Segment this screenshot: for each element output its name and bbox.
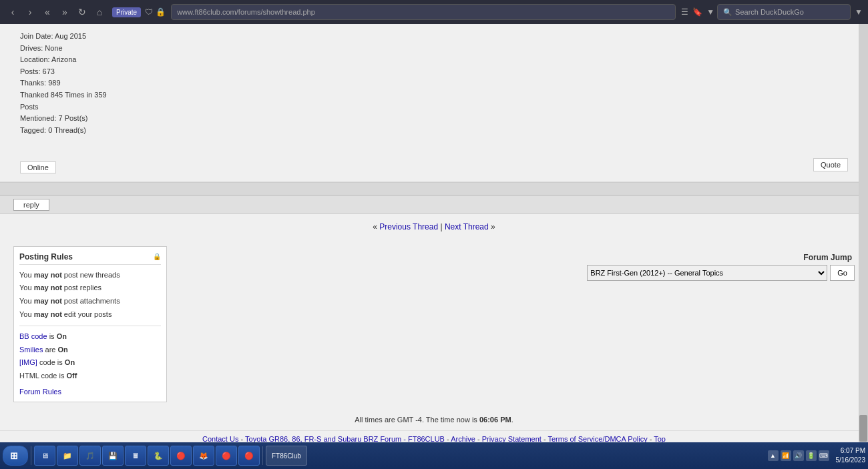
shield-icon: 🛡 [145,7,153,17]
posts-label: Posts [20,101,160,113]
nav-back-button[interactable]: ‹ [5,5,20,19]
taskbar-file-manager[interactable]: 📁 [57,446,78,466]
previous-thread-link[interactable]: Previous Thread [379,222,438,231]
rules-icon: 🔒 [153,253,161,260]
search-bar[interactable]: 🔍 Search DuckDuckGo [717,4,851,20]
post-content-area: Quote [167,31,855,175]
tagged: Tagged: 0 Thread(s) [20,125,160,137]
taskbar-active-window[interactable]: FT86Club [266,446,307,466]
taskbar-right: ▲ 📶 🔊 🔋 ⌨ 6:07 PM 5/16/2023 [768,446,866,465]
current-time: 06:06 PM [479,416,511,424]
taskbar-media[interactable]: 🎵 [79,446,101,466]
forum-jump-section: Forum Jump BRZ First-Gen (2012+) -- Gene… [180,246,855,402]
page-wrapper: Join Date: Aug 2015 Drives: None Locatio… [0,24,868,469]
search-dropdown-icon: ▼ [855,7,863,17]
active-window-label: FT86Club [272,452,301,460]
thread-nav-prefix: « [373,222,379,231]
location: Location: Arizona [20,54,160,66]
tray-volume-icon: 🔊 [793,450,804,461]
join-date: Join Date: Aug 2015 [20,31,160,43]
timezone-bar: All times are GMT -4. The time now is 06… [0,409,868,430]
taskbar: ⊞ 🖥 📁 🎵 💾 🖩 🐍 🔴 🦊 🔴 🔴 FT86Club ▲ 📶 🔊 🔋 ⌨… [0,442,868,469]
taskbar-files[interactable]: 💾 [102,446,124,466]
forum-rules-link[interactable]: Forum Rules [19,388,61,396]
tray-icon-1: ▲ [768,450,779,461]
bb-code-status: BB code is On [19,330,161,344]
search-placeholder: Search DuckDuckGo [735,8,804,16]
timezone-period: . [511,416,513,424]
smilies-link[interactable]: Smilies [19,346,43,354]
user-panel: Join Date: Aug 2015 Drives: None Locatio… [0,24,868,182]
tray-icons: ▲ 📶 🔊 🔋 ⌨ [768,450,829,461]
bb-code-link[interactable]: BB code [19,332,47,340]
rules-divider [19,326,161,326]
img-code-link[interactable]: [IMG] [19,358,37,366]
smilies-status: Smilies are On [19,344,161,357]
scroll-thumb[interactable] [859,415,867,442]
url-text: www.ft86club.com/forums/showthread.php [177,8,315,16]
rule-4: You may not edit your posts [19,308,161,322]
start-button[interactable]: ⊞ [3,446,28,466]
img-code-status: [IMG] code is On [19,356,161,370]
windows-icon: ⊞ [10,450,18,461]
nav-forward-button[interactable]: › [23,5,37,19]
thread-nav: « Previous Thread | Next Thread » [0,214,868,240]
bookmark-icon: 🔖 [692,7,702,17]
online-status-button[interactable]: Online [20,161,56,173]
html-code-status: HTML code is Off [19,370,161,383]
user-info: Join Date: Aug 2015 Drives: None Locatio… [13,31,167,175]
quote-button[interactable]: Quote [813,158,848,171]
posting-rules-title: Posting Rules [19,252,73,262]
rules-text: You may not post new threads You may not… [19,269,161,322]
thread-nav-suffix: » [491,222,495,231]
thanked: Thanked 845 Times in 359 [20,89,160,101]
search-icon: 🔍 [723,8,732,17]
reply-button[interactable]: reply [13,199,49,211]
taskbar-firefox[interactable]: 🦊 [193,446,214,466]
taskbar-app2[interactable]: 🔴 [216,446,237,466]
taskbar-divider-1 [31,446,31,465]
taskbar-show-desktop[interactable]: 🖥 [34,446,55,466]
rule-2: You may not post replies [19,282,161,295]
separator-bar [0,182,868,195]
forum-jump-go-button[interactable]: Go [830,265,855,281]
two-col-section: Posting Rules 🔒 You may not post new thr… [0,240,868,409]
posting-rules-header: Posting Rules 🔒 [19,252,161,265]
private-badge: Private [112,7,141,17]
nav-first-button[interactable]: « [40,5,55,19]
browser-toolbar: ‹ › « » ↻ ⌂ Private 🛡 🔒 www.ft86club.com… [0,0,868,24]
taskbar-divider-2 [262,446,263,465]
timezone-text: All times are GMT -4. The time now is [355,416,477,424]
url-bar[interactable]: www.ft86club.com/forums/showthread.php [171,4,676,20]
tray-network-icon: 📶 [781,450,791,461]
rule-1: You may not post new threads [19,269,161,282]
taskbar-app1[interactable]: 🔴 [170,446,192,466]
nav-home-button[interactable]: ⌂ [92,5,107,19]
lock-icon: 🔒 [156,7,166,17]
tray-battery-icon: 🔋 [806,450,817,461]
taskbar-calc[interactable]: 🖩 [125,446,146,466]
taskbar-snake[interactable]: 🐍 [148,446,169,466]
next-thread-link[interactable]: Next Thread [445,222,489,231]
forum-jump-controls: BRZ First-Gen (2012+) -- General Topics … [587,265,855,281]
forum-jump-select[interactable]: BRZ First-Gen (2012+) -- General Topics [587,265,827,281]
clock-time: 6:07 PM [836,446,866,456]
nav-last-button[interactable]: » [57,5,72,19]
clock-date: 5/16/2023 [836,456,866,465]
forum-jump-label: Forum Jump [803,253,852,262]
scrollbar[interactable] [859,24,868,442]
rule-3: You may not post attachments [19,295,161,308]
drives: Drives: None [20,43,160,55]
thanks: Thanks: 989 [20,77,160,89]
rules-codes: BB code is On Smilies are On [IMG] code … [19,330,161,383]
bookmarks-icon: ☰ [681,7,688,17]
mentioned: Mentioned: 7 Post(s) [20,113,160,125]
taskbar-app3[interactable]: 🔴 [238,446,260,466]
nav-bar: reply [0,195,868,214]
forum-rules-link-container: Forum Rules [19,387,161,396]
posts: Posts: 673 [20,66,160,78]
posting-rules-panel: Posting Rules 🔒 You may not post new thr… [13,246,167,402]
bookmark-dropdown-icon: ▼ [706,7,714,17]
nav-refresh-button[interactable]: ↻ [75,5,89,19]
system-clock: 6:07 PM 5/16/2023 [836,446,866,465]
